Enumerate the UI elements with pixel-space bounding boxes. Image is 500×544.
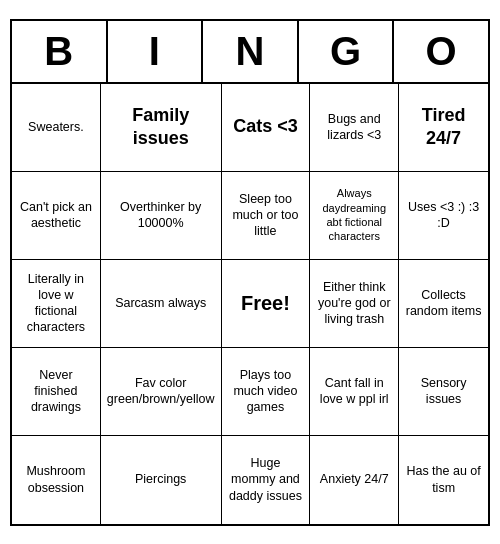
header-letter-B: B [12, 21, 108, 82]
header-letter-O: O [394, 21, 488, 82]
bingo-cell-23: Anxiety 24/7 [310, 436, 399, 524]
header-letter-I: I [108, 21, 204, 82]
bingo-cell-2: Cats <3 [222, 84, 311, 172]
bingo-cell-18: Cant fall in love w ppl irl [310, 348, 399, 436]
bingo-cell-8: Always daydreaming abt fictional charact… [310, 172, 399, 260]
bingo-cell-19: Sensory issues [399, 348, 488, 436]
bingo-header: BINGO [12, 21, 488, 84]
bingo-grid: Sweaters.Family issuesCats <3Bugs and li… [12, 84, 488, 524]
bingo-cell-12: Free! [222, 260, 311, 348]
header-letter-G: G [299, 21, 395, 82]
bingo-cell-7: Sleep too much or too little [222, 172, 311, 260]
bingo-cell-20: Mushroom obsession [12, 436, 101, 524]
bingo-cell-14: Collects random items [399, 260, 488, 348]
bingo-cell-6: Overthinker by 10000% [101, 172, 222, 260]
bingo-cell-15: Never finished drawings [12, 348, 101, 436]
bingo-cell-11: Sarcasm always [101, 260, 222, 348]
bingo-cell-16: Fav color green/brown/yellow [101, 348, 222, 436]
bingo-cell-22: Huge mommy and daddy issues [222, 436, 311, 524]
bingo-cell-9: Uses <3 :) :3 :D [399, 172, 488, 260]
bingo-cell-21: Piercings [101, 436, 222, 524]
bingo-cell-10: Literally in love w fictional characters [12, 260, 101, 348]
bingo-cell-13: Either think you're god or living trash [310, 260, 399, 348]
header-letter-N: N [203, 21, 299, 82]
bingo-cell-1: Family issues [101, 84, 222, 172]
bingo-cell-3: Bugs and lizards <3 [310, 84, 399, 172]
bingo-cell-17: Plays too much video games [222, 348, 311, 436]
bingo-cell-24: Has the au of tism [399, 436, 488, 524]
bingo-cell-0: Sweaters. [12, 84, 101, 172]
bingo-cell-4: Tired 24/7 [399, 84, 488, 172]
bingo-card: BINGO Sweaters.Family issuesCats <3Bugs … [10, 19, 490, 526]
bingo-cell-5: Can't pick an aesthetic [12, 172, 101, 260]
